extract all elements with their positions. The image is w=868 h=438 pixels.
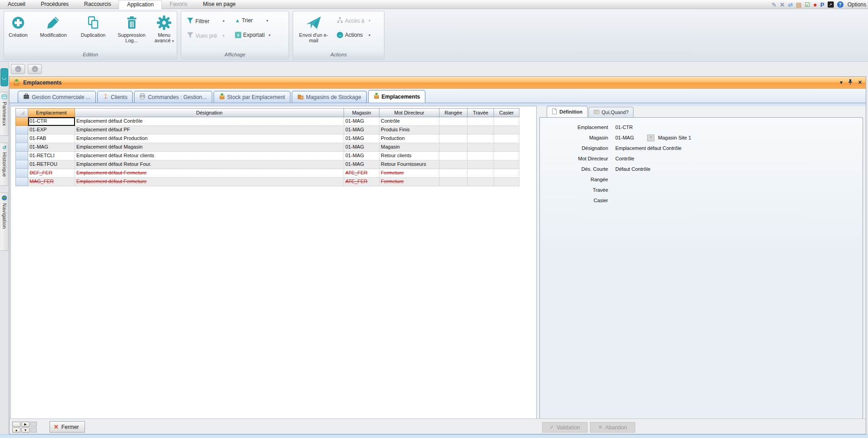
tab-emplacements[interactable]: Emplacements xyxy=(368,90,426,103)
exportation-button[interactable]: x Exportati ▾ xyxy=(235,32,270,38)
document-tab-strip: Gestion Commerciale ... Clients Commande… xyxy=(10,89,866,103)
row-selector[interactable] xyxy=(15,178,28,186)
corner-triangle-icon xyxy=(20,111,25,115)
field-designation: Désignation Emplacement défaut Contrôle xyxy=(540,144,863,155)
options-button[interactable]: Options xyxy=(848,1,866,8)
forward-button[interactable]: → xyxy=(28,64,42,74)
field-value[interactable]: Contrôle xyxy=(615,155,634,161)
row-selector[interactable] xyxy=(15,143,28,152)
copy-icon xyxy=(86,15,100,31)
tab-gestion-commerciale[interactable]: Gestion Commerciale ... xyxy=(18,91,96,103)
acces-a-button[interactable]: Accès à ▾ xyxy=(337,17,370,24)
column-header-designation[interactable]: Désignation xyxy=(75,108,344,117)
row-selector[interactable] xyxy=(15,117,28,126)
tab-stock-par-emplacement[interactable]: Stock par Emplacement xyxy=(214,91,290,103)
table-row-deleted[interactable]: DEF_FER Emplacement défaut Fermeture ATE… xyxy=(15,169,519,178)
screen-share-icon[interactable]: ↗ xyxy=(828,1,834,8)
row-selector[interactable] xyxy=(15,134,28,143)
column-header-magasin[interactable]: Magasin xyxy=(344,108,379,117)
menu-tab-raccourcis[interactable]: Raccourcis xyxy=(76,0,119,9)
record-icon[interactable]: ● xyxy=(813,2,817,8)
nav-spacer xyxy=(30,422,37,427)
x-icon: ✕ xyxy=(598,424,602,430)
table-row[interactable]: 01-MAG Emplacement défaut Magasin 01-MAG… xyxy=(15,143,519,152)
column-header-travee[interactable]: Travée xyxy=(468,108,494,117)
parking-p-icon[interactable]: P xyxy=(820,2,824,8)
magasin-description: Magasin Site 1 xyxy=(658,134,691,140)
field-value[interactable]: 01-CTR xyxy=(615,124,633,130)
first-record-button[interactable] xyxy=(12,422,20,427)
tab-qui-quand[interactable]: Qui,Quand? xyxy=(589,107,634,117)
column-header-mot-directeur[interactable]: Mot Directeur xyxy=(379,108,439,117)
field-value[interactable]: 01-MAG xyxy=(615,134,634,140)
notes-icon[interactable]: ▤ xyxy=(796,2,802,8)
last-record-button[interactable]: ▶ xyxy=(21,422,30,427)
signature-edit-icon[interactable]: ✎ xyxy=(772,2,777,8)
delete-cross-icon[interactable]: ✕ xyxy=(780,2,785,8)
row-selector[interactable] xyxy=(15,160,28,169)
tab-definition[interactable]: Définition xyxy=(547,106,588,117)
menu-tab-mise-en-page[interactable]: Mise en page xyxy=(195,0,243,9)
fermer-button[interactable]: ✕ Fermer xyxy=(50,421,85,433)
table-row[interactable]: 01-RETCLI Emplacement défaut Retour clie… xyxy=(15,152,519,160)
gear-icon xyxy=(156,15,172,31)
vues-predefinies-button[interactable]: Vues pré ▾ xyxy=(187,32,224,40)
column-header-casier[interactable]: Casier xyxy=(494,108,519,117)
field-value[interactable]: Emplacement défaut Contrôle xyxy=(615,144,682,151)
back-button[interactable]: ← xyxy=(11,64,25,74)
filtrer-button[interactable]: Filtrer ▾ xyxy=(187,17,224,25)
row-selector[interactable] xyxy=(15,152,28,160)
actions-button[interactable]: → Actions ▾ xyxy=(337,32,370,38)
cell-emplacement[interactable]: 01-CTR xyxy=(28,117,75,126)
table-row[interactable]: 01-CTR Emplacement défaut Contrôle 01-MA… xyxy=(15,117,519,126)
box-location-icon xyxy=(219,93,225,101)
chevron-down-icon: ▾ xyxy=(223,34,224,38)
trier-button[interactable]: ▲ Trier ▾ xyxy=(235,17,268,24)
grid-panel: Emplacement Désignation Magasin Mot Dire… xyxy=(10,106,537,418)
dock-collapse-button[interactable]: ◡ xyxy=(0,68,8,86)
table-row[interactable]: 01-EXP Emplacement défaut PF 01-MAG Prod… xyxy=(15,126,519,134)
field-mot-directeur: Mot Directeur Contrôle xyxy=(540,155,863,165)
filter-icon xyxy=(187,17,194,25)
menu-tab-application[interactable]: Application xyxy=(119,0,162,9)
menu-tab-favoris[interactable]: Favoris xyxy=(162,0,195,9)
field-des-courte: Dés. Courte Défaut Contrôle xyxy=(540,165,863,176)
help-icon[interactable]: ? xyxy=(837,1,843,8)
pin-icon[interactable] xyxy=(848,79,853,86)
printer-icon xyxy=(140,93,145,101)
titlebar-menu-icon[interactable]: ▾ xyxy=(840,80,843,85)
tab-clients[interactable]: Clients xyxy=(97,91,133,103)
column-header-emplacement[interactable]: Emplacement xyxy=(28,108,75,117)
validation-button[interactable]: ✓ Validation xyxy=(542,422,588,433)
ribbon-group-affichage: Filtrer ▾ ▲ Trier ▾ Vues pré ▾ x Exporta… xyxy=(181,11,289,60)
sidebar-item-historique[interactable]: ↺ Historique xyxy=(0,143,9,186)
envoi-email-button[interactable]: Envoi d'un e-mail xyxy=(294,11,333,43)
chevron-down-icon: ▾ xyxy=(369,33,370,37)
table-row[interactable]: 01-RETFOU Emplacement défaut Retour Four… xyxy=(15,160,519,169)
tab-commandes[interactable]: Commandes : Gestion... xyxy=(134,91,212,103)
emplacements-window: Emplacements ▾ ✕ Gestion Commerciale ...… xyxy=(9,76,866,434)
select-all-corner[interactable] xyxy=(15,108,28,117)
field-value[interactable]: Défaut Contrôle xyxy=(615,165,650,172)
abandon-button[interactable]: ✕ Abandon xyxy=(590,422,635,433)
table-row[interactable]: 01-FAB Emplacement défaut Production 01-… xyxy=(15,134,519,143)
table-row-deleted[interactable]: MAG_FER Emplacement défaut Fermeture ATE… xyxy=(15,178,519,186)
lookup-help-button[interactable]: ? xyxy=(647,134,654,141)
next-record-button[interactable]: ▼ xyxy=(21,428,30,433)
close-icon[interactable]: ✕ xyxy=(858,80,862,85)
tab-magasins-de-stockage[interactable]: Magasins de Stockage xyxy=(292,91,366,103)
left-dock-bar: ◡ Panneaux ↺ Historique Navigation xyxy=(0,62,9,434)
menu-tab-accueil[interactable]: Accueil xyxy=(0,0,33,9)
emplacements-table: Emplacement Désignation Magasin Mot Dire… xyxy=(15,108,519,186)
chevron-down-icon: ▾ xyxy=(269,33,270,37)
sidebar-item-panneaux[interactable]: Panneaux xyxy=(0,92,9,136)
column-header-rangee[interactable]: Rangée xyxy=(439,108,468,117)
sidebar-item-navigation[interactable]: Navigation xyxy=(0,193,9,251)
sync-icon[interactable]: ⇄ xyxy=(788,2,793,8)
task-check-icon[interactable]: ☑ xyxy=(805,2,810,8)
previous-record-button[interactable]: ▲ xyxy=(12,428,20,433)
row-selector[interactable] xyxy=(15,169,28,178)
menu-tab-procedures[interactable]: Procédures xyxy=(33,0,76,9)
page-icon xyxy=(552,108,557,115)
row-selector[interactable] xyxy=(15,126,28,134)
